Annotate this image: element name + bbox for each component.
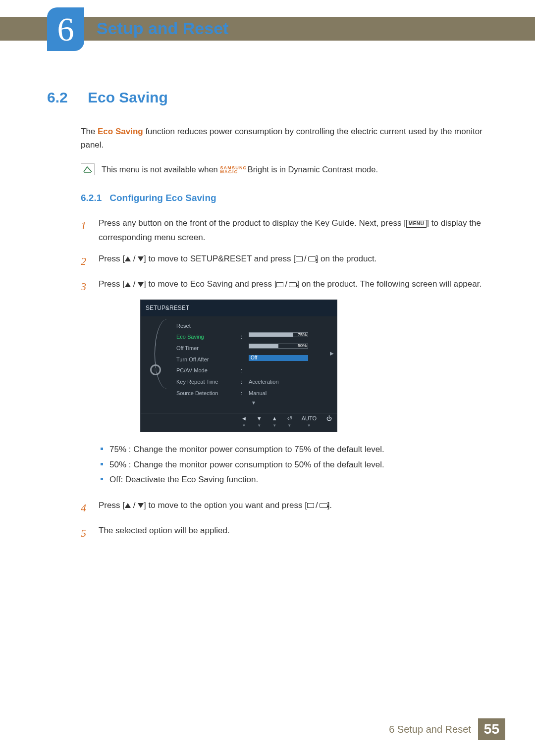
step-3: 3 Press [ / ] to move to Eco Saving and … bbox=[81, 277, 488, 492]
osd-item-key-repeat: Key Repeat Time:Acceleration bbox=[170, 376, 337, 388]
bullet-off: Off: Deactivate the Eco Saving function. bbox=[100, 472, 482, 488]
nav-down: ▼▼ bbox=[257, 416, 262, 429]
triangle-down-icon bbox=[138, 503, 144, 508]
osd-side bbox=[141, 316, 170, 413]
rect-icon bbox=[307, 503, 314, 508]
osd-nav: ◄▼ ▼▼ ▲▼ ⏎▼ AUTO▼ ⏻ bbox=[141, 413, 337, 432]
step-4: 4 Press [ / ] to move to the option you … bbox=[81, 499, 488, 517]
caret-down-icon: ▼ bbox=[170, 399, 337, 407]
osd-item-reset: Reset bbox=[170, 320, 337, 332]
note: This menu is not available when SAMSUNGM… bbox=[81, 163, 488, 176]
osd-item-eco-saving: Eco Saving: 75% bbox=[170, 331, 337, 343]
bullet-75: 75% : Change the monitor power consumpti… bbox=[100, 442, 482, 457]
note-icon bbox=[81, 163, 95, 175]
intro-paragraph: The Eco Saving function reduces power co… bbox=[81, 125, 488, 151]
content-area: 6.2 Eco Saving The Eco Saving function r… bbox=[47, 89, 488, 550]
osd-title: SETUP&RESET bbox=[141, 300, 337, 316]
nav-up: ▲▼ bbox=[272, 416, 277, 429]
nav-power: ⏻ bbox=[326, 416, 332, 429]
triangle-down-icon bbox=[138, 256, 144, 261]
subsection-title: Configuring Eco Saving bbox=[109, 193, 216, 203]
step-5: 5 The selected option will be applied. bbox=[81, 524, 488, 542]
chapter-title: Setup and Reset bbox=[97, 19, 228, 38]
section-heading: 6.2 Eco Saving bbox=[47, 89, 488, 106]
chapter-badge: 6 bbox=[47, 7, 84, 51]
step-1: 1 Press any button on the front of the p… bbox=[81, 216, 488, 245]
rect-icon bbox=[276, 282, 283, 287]
osd-menu: Reset Eco Saving: 75% Off Timer bbox=[170, 316, 337, 413]
confirm-icons: / bbox=[307, 499, 327, 513]
osd-item-turn-off-after: Turn Off After Off bbox=[170, 354, 337, 365]
osd-item-source-detection: Source Detection:Manual bbox=[170, 388, 337, 399]
bullet-50: 50% : Change the monitor power consumpti… bbox=[100, 457, 482, 473]
step-2: 2 Press [ / ] to move to SETUP&RESET and… bbox=[81, 252, 488, 270]
subsection-heading: 6.2.1 Configuring Eco Saving bbox=[81, 193, 488, 203]
subsection-number: 6.2.1 bbox=[81, 193, 102, 203]
triangle-up-icon bbox=[125, 282, 131, 287]
step-list: 1 Press any button on the front of the p… bbox=[81, 216, 488, 542]
confirm-icons: / bbox=[276, 277, 297, 292]
option-bullets: 75% : Change the monitor power consumpti… bbox=[100, 442, 482, 488]
footer: 6 Setup and Reset 55 bbox=[389, 718, 505, 740]
caret-right-icon: ▶ bbox=[330, 349, 334, 357]
triangle-up-icon bbox=[125, 503, 131, 508]
page-number: 55 bbox=[478, 718, 505, 740]
footer-text: 6 Setup and Reset bbox=[389, 724, 471, 735]
osd-item-pcav: PC/AV Mode: bbox=[170, 365, 337, 376]
chapter-number: 6 bbox=[57, 12, 74, 46]
triangle-down-icon bbox=[138, 282, 144, 287]
term-eco-saving: Eco Saving bbox=[98, 127, 143, 136]
samsung-magic-logo: SAMSUNGMAGIC bbox=[220, 166, 247, 174]
confirm-icons: / bbox=[296, 252, 316, 266]
menu-button-label: MENU bbox=[406, 220, 427, 228]
enter-icon bbox=[308, 256, 316, 261]
gear-icon bbox=[150, 364, 161, 375]
nav-left: ◄▼ bbox=[241, 416, 247, 429]
nav-auto: AUTO▼ bbox=[302, 416, 317, 429]
section-title: Eco Saving bbox=[88, 89, 168, 106]
triangle-up-icon bbox=[125, 256, 131, 261]
section-number: 6.2 bbox=[47, 89, 76, 106]
osd-item-off-timer: Off Timer 50% bbox=[170, 343, 337, 354]
enter-icon bbox=[320, 503, 327, 508]
note-text: This menu is not available when SAMSUNGM… bbox=[102, 163, 378, 176]
enter-icon bbox=[289, 282, 297, 287]
nav-enter: ⏎▼ bbox=[287, 416, 292, 429]
osd-screenshot: SETUP&RESET Reset Eco Saving: bbox=[140, 300, 482, 432]
rect-icon bbox=[296, 256, 303, 261]
